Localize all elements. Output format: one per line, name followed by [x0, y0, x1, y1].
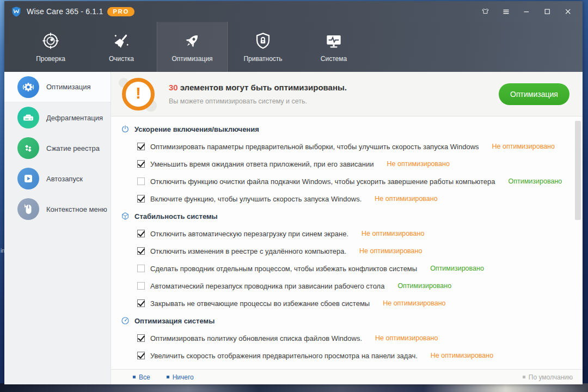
sidebar-item-label: Контекстное меню [46, 205, 107, 213]
item-status: Оптимизировано [509, 177, 562, 185]
select-all-link[interactable]: Все [133, 373, 150, 381]
item-checkbox[interactable] [137, 352, 145, 359]
item-label: Оптимизировать политику обновления списк… [150, 334, 362, 342]
window-title: Wise Care 365 - 6.1.1 [27, 7, 103, 16]
optimizable-count: 30 [169, 83, 178, 92]
content-panel: ! 30элементов могут быть оптимизированы.… [111, 72, 583, 384]
monitor-pulse-icon [325, 32, 342, 50]
optimization-item-row: Сделать проводник отдельным процессом, ч… [111, 260, 583, 277]
broom-icon [113, 32, 130, 50]
item-status: Не оптимизировано [375, 195, 437, 203]
item-label: Отключить автоматическую перезагрузку пр… [150, 230, 348, 238]
item-label: Отключить функцию очистки файла подкачки… [150, 177, 495, 186]
nav-tab-monitor-pulse[interactable]: Система [298, 22, 369, 72]
sidebar-item-label: Оптимизация [46, 83, 91, 91]
nav-tab-broom[interactable]: Очистка [86, 22, 157, 72]
desktop-wallpaper-strip [0, 383, 588, 392]
sidebar-item-label: Дефрагментация [46, 114, 103, 122]
nav-tab-label: Очистка [109, 55, 134, 63]
item-status: Не оптимизировано [375, 334, 438, 342]
optimization-item-row: Закрывать не отвечающие процессы во избе… [111, 295, 583, 312]
section-title: Стабильность системы [134, 212, 218, 220]
close-button[interactable] [560, 4, 576, 19]
sidebar-item-registry[interactable]: Сжатие реестра [4, 133, 111, 163]
maximize-icon [543, 8, 552, 16]
section-title: Оптимизация системы [134, 317, 215, 325]
item-status: Оптимизировано [430, 265, 484, 272]
item-label: Включите функцию, чтобы улучшить скорост… [150, 195, 362, 203]
optimization-item-row: Оптимизировать параметры предварительной… [111, 138, 583, 155]
item-checkbox[interactable] [137, 282, 145, 290]
rocket-icon [183, 32, 201, 50]
optimization-item-row: Отключить автоматическую перезагрузку пр… [111, 225, 583, 242]
summary-message: 30элементов могут быть оптимизированы. [169, 83, 347, 92]
item-label: Закрывать не отвечающие процессы во избе… [150, 299, 370, 308]
item-status: Не оптимизировано [387, 160, 450, 168]
close-icon [564, 8, 572, 16]
item-status: Не оптимизировано [383, 299, 445, 307]
menu-button[interactable] [498, 4, 514, 19]
item-status: Не оптимизировано [362, 230, 424, 237]
gauge-icon [121, 316, 130, 325]
main-area: Оптимизация Дефрагментация Сжатие реестр… [4, 72, 583, 384]
power-icon [121, 125, 130, 133]
optimization-list: Ускорение включения/выключения Оптимизир… [111, 117, 583, 369]
sidebar-item-optimize[interactable]: Оптимизация [4, 72, 111, 102]
item-checkbox[interactable] [137, 160, 145, 168]
nav-tab-label: Система [321, 55, 347, 63]
item-checkbox[interactable] [137, 230, 145, 237]
defaults-link[interactable]: По умолчанию [523, 373, 573, 381]
item-checkbox[interactable] [137, 247, 145, 255]
item-label: Отключить изменения в реестре с удалённо… [150, 247, 346, 255]
item-label: Уменьшить время ожидания ответа приложен… [150, 160, 374, 168]
square-bullet-icon [523, 376, 525, 378]
item-checkbox[interactable] [137, 334, 145, 342]
item-label: Сделать проводник отдельным процессом, ч… [150, 265, 417, 273]
optimization-item-row: Уменьшить время ожидания ответа приложен… [111, 155, 583, 173]
optimization-item-row: Отключить изменения в реестре с удалённо… [111, 242, 583, 260]
optimize-button[interactable]: Оптимизация [499, 83, 569, 105]
optimization-item-row: Автоматический перезапуск проводника при… [111, 277, 583, 295]
contextmenu-mouse-icon [17, 198, 39, 220]
nav-tab-shield-lock[interactable]: Приватность [228, 22, 298, 72]
warning-icon: ! [121, 77, 156, 112]
main-nav: Проверка Очистка Оптимизация Приватность… [4, 22, 583, 72]
sidebar-item-autostart[interactable]: Автозапуск [4, 163, 111, 194]
section-header: Стабильность системы [111, 207, 583, 225]
nav-tab-label: Оптимизация [171, 55, 212, 63]
optimization-item-row: Включите функцию, чтобы улучшить скорост… [111, 190, 583, 207]
item-checkbox[interactable] [137, 195, 145, 203]
sidebar-item-contextmenu[interactable]: Контекстное меню [4, 194, 111, 224]
summary-submessage: Вы можете оптимизировать систему и сеть. [169, 97, 347, 105]
item-checkbox[interactable] [137, 177, 145, 185]
maximize-button[interactable] [539, 4, 555, 19]
optimization-item-row: Увеличить скорость отображения предварит… [111, 347, 583, 364]
item-checkbox[interactable] [137, 299, 145, 307]
nav-tab-label: Приватность [243, 55, 282, 63]
hamburger-icon [502, 8, 510, 16]
optimization-item-row: Оптимизировать политику обновления списк… [111, 329, 583, 347]
shield-lock-icon [254, 32, 272, 50]
summary-header: ! 30элементов могут быть оптимизированы.… [111, 72, 583, 117]
theme-skin-button[interactable] [477, 4, 493, 19]
footer-bar: Все Ничего По умолчанию [111, 369, 583, 384]
nav-tab-radar[interactable]: Проверка [15, 22, 86, 72]
pro-badge: PRO [107, 7, 134, 16]
sidebar: Оптимизация Дефрагментация Сжатие реестр… [4, 72, 111, 384]
item-checkbox[interactable] [137, 265, 145, 272]
nav-tab-rocket[interactable]: Оптимизация [157, 22, 228, 72]
section-title: Ускорение включения/выключения [134, 125, 259, 133]
cube-icon [121, 212, 130, 220]
item-checkbox[interactable] [137, 143, 145, 150]
tshirt-icon [481, 8, 489, 16]
app-logo-shield-icon [11, 6, 22, 17]
square-bullet-icon [167, 376, 169, 378]
optimize-gear-icon [17, 76, 39, 98]
minimize-button[interactable] [518, 4, 535, 19]
select-none-link[interactable]: Ничего [167, 373, 194, 381]
radar-icon [42, 32, 59, 50]
sidebar-item-defrag[interactable]: Дефрагментация [4, 102, 111, 133]
title-bar: Wise Care 365 - 6.1.1 PRO [4, 1, 583, 22]
item-status: Не оптимизировано [492, 143, 555, 150]
scrollbar-thumb[interactable] [575, 121, 581, 220]
